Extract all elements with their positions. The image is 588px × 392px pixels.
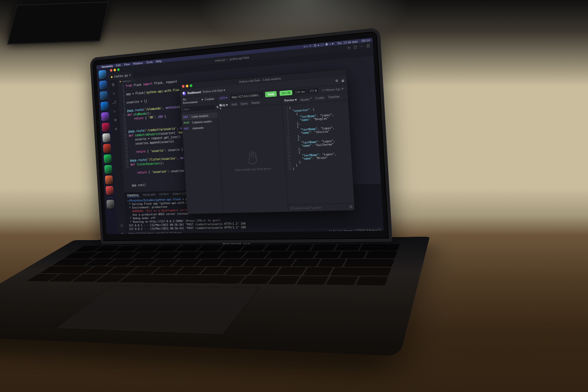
tab-body[interactable]: Body ▾ xyxy=(219,103,228,107)
crumb-dashboard[interactable]: Dashboard xyxy=(187,90,201,95)
method-tag: GET xyxy=(184,127,191,130)
dock-whatsapp-icon[interactable] xyxy=(104,165,112,174)
dock-slack-icon[interactable] xyxy=(102,123,110,132)
run-more-icon[interactable]: ⋯ xyxy=(360,44,363,48)
response-pane: Preview ▾ Header 4 Cookie Timeline 12345… xyxy=(282,92,355,212)
empty-body-hint: Select a body type from above xyxy=(235,167,271,172)
tab-cookie[interactable]: Cookie xyxy=(315,96,325,100)
breadcrumb-text: routes.py › ... xyxy=(122,79,134,83)
hand-icon xyxy=(244,148,260,164)
dock-vscode-icon[interactable] xyxy=(100,91,108,100)
laptop-base xyxy=(0,237,430,356)
env-selector[interactable]: No Environment xyxy=(183,96,200,104)
chevron-down-icon[interactable]: ▾ xyxy=(202,98,203,101)
tab-res-header[interactable]: Header 4 xyxy=(300,97,312,102)
insomnia-logo-icon[interactable] xyxy=(182,91,186,95)
account-icon[interactable]: ◯ xyxy=(121,223,123,227)
close-icon[interactable] xyxy=(110,69,112,72)
request-sidebar: ⇅ ⊕ ▾ GET Listar usuários POST Cadastrar… xyxy=(181,102,224,214)
tab-label: routes.py xyxy=(114,74,128,78)
minimize-icon[interactable] xyxy=(114,69,116,71)
tab-close-icon[interactable]: × xyxy=(129,73,131,77)
dock-separator xyxy=(107,197,113,198)
dock-app2-icon[interactable] xyxy=(105,186,114,195)
screen: Insomnia Edit View Window Tools Help ⊙ ⌁… xyxy=(96,38,384,234)
minimize-icon[interactable] xyxy=(186,85,189,88)
run-play-icon[interactable]: ▷ xyxy=(348,45,351,49)
jsonpath-input[interactable]: $ $.store.books[*].author xyxy=(290,205,348,210)
method-tag: GET xyxy=(183,115,190,119)
dock-chrome-icon[interactable] xyxy=(103,144,111,153)
filter-input[interactable] xyxy=(183,105,215,112)
python-file-icon: ● xyxy=(111,75,113,78)
laptop-lid: Insomnia Edit View Window Tools Help ⊙ ⌁… xyxy=(90,28,392,244)
scm-icon[interactable]: ⎇ xyxy=(112,100,116,104)
extensions-icon[interactable]: ⊞ xyxy=(114,117,117,122)
tab-preview[interactable]: Preview ▾ xyxy=(284,98,297,103)
dock-trash-icon[interactable] xyxy=(106,200,115,209)
time-ago[interactable]: 11 Minutes Ago ▾ xyxy=(320,87,346,92)
request-label: Cadastrar usuário xyxy=(192,119,212,124)
size-badge: 172 B xyxy=(307,88,318,94)
tab-header[interactable]: Header xyxy=(251,100,260,104)
insomnia-window: Python with flask – Listar usuários Dash… xyxy=(179,69,355,214)
chevron-down-icon[interactable]: ▾ xyxy=(224,88,225,92)
search-icon[interactable]: ⌕ xyxy=(112,91,115,96)
response-json[interactable]: 1234567891011121314151617181920 { "usuar… xyxy=(282,100,354,205)
trackpad xyxy=(55,285,260,335)
request-pane: Body ▾ Auth Query Header xyxy=(217,97,288,213)
explorer-icon[interactable]: 🗎 xyxy=(111,82,115,87)
request-label: olamundo xyxy=(192,126,204,130)
panel-tab-problems[interactable]: PROBLEMS xyxy=(143,193,156,197)
keyboard xyxy=(27,244,400,285)
zoom-icon[interactable] xyxy=(117,68,120,71)
dock-finder-icon[interactable] xyxy=(98,70,107,79)
run-split-icon[interactable]: ▢ xyxy=(354,45,357,49)
status-left[interactable]: Python 3.8.5 64-bit ('base': conda) ⊘ 0 … xyxy=(129,231,181,234)
time-badge: 2.01 ms xyxy=(293,89,307,95)
tab-auth[interactable]: Auth xyxy=(231,102,237,106)
python-file-icon: ● xyxy=(119,80,121,83)
account-icon[interactable]: ◒ xyxy=(341,78,344,82)
laptop-scene: Insomnia Edit View Window Tools Help ⊙ ⌁… xyxy=(0,0,588,392)
crumb-workspace[interactable]: Python with flask xyxy=(203,89,223,94)
gear-icon[interactable]: ⚙ xyxy=(121,232,123,234)
debug-icon[interactable]: ▷ xyxy=(114,109,116,114)
dock-notion-icon[interactable] xyxy=(102,133,111,142)
dock-app-icon[interactable] xyxy=(105,175,113,185)
zoom-icon[interactable] xyxy=(190,84,192,87)
status-right[interactable]: Ln 11, Col 1 Spaces: 2 UTF-8 LF Python ⓘ xyxy=(329,228,381,233)
dock-safari-icon[interactable] xyxy=(99,81,107,90)
dock-xcode-icon[interactable] xyxy=(100,102,109,111)
method-selector[interactable]: GET ▾ xyxy=(218,95,228,101)
tab-query[interactable]: Query xyxy=(240,101,248,105)
status-badge: 200 OK xyxy=(279,90,292,96)
panel-tab-terminal[interactable]: TERMINAL xyxy=(127,194,139,197)
cookies-link[interactable]: Cookies xyxy=(205,97,214,101)
send-button[interactable]: Send xyxy=(265,91,277,97)
dock-figma-icon[interactable] xyxy=(101,112,109,122)
settings-gear-icon[interactable]: ⚙ xyxy=(335,79,338,83)
close-icon[interactable] xyxy=(182,85,185,88)
copy-icon[interactable]: ⧉ xyxy=(349,204,352,209)
tab-timeline[interactable]: Timeline xyxy=(328,95,340,100)
dock-spotify-icon[interactable] xyxy=(104,154,112,164)
request-label: Listar usuários xyxy=(191,114,208,119)
panel-tab-output[interactable]: OUTPUT xyxy=(159,193,169,196)
breadcrumb: Dashboard / Python with flask ▾ xyxy=(187,88,225,95)
remote-icon[interactable]: ⇄ xyxy=(115,126,117,131)
method-tag: POST xyxy=(183,121,190,124)
layout-icon[interactable]: ◫ xyxy=(367,43,370,47)
